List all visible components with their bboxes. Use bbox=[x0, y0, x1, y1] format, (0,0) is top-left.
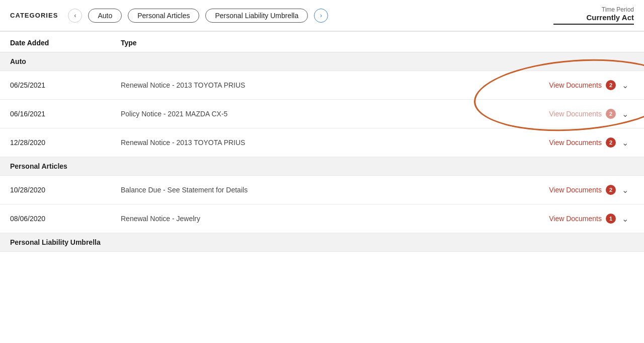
doc-count-badge: 2 bbox=[606, 109, 616, 119]
chevron-down-icon[interactable]: ⌄ bbox=[616, 214, 634, 224]
col-header-type: Type bbox=[121, 39, 505, 47]
section-title-personal-articles: Personal Articles bbox=[10, 162, 121, 170]
view-docs-cell: View Documents 2 bbox=[505, 80, 616, 90]
section-title-personal-liability: Personal Liability Umbrella bbox=[10, 238, 121, 246]
table-row: 10/28/2020 Balance Due - See Statement f… bbox=[0, 176, 644, 204]
view-documents-link[interactable]: View Documents bbox=[549, 186, 602, 194]
documents-table: Date Added Type Auto 06/25/2021 Renewal … bbox=[0, 32, 644, 252]
view-docs-cell: View Documents 2 bbox=[505, 109, 616, 119]
time-period-section: Time Period Currently Act bbox=[553, 6, 634, 25]
view-documents-link[interactable]: View Documents bbox=[549, 110, 602, 118]
next-arrow-icon: › bbox=[320, 12, 322, 19]
category-pill-personal-liability[interactable]: Personal Liability Umbrella bbox=[205, 9, 308, 23]
categories-label: CATEGORIES bbox=[10, 12, 58, 19]
doc-count-badge: 2 bbox=[606, 80, 616, 90]
table-row: 08/06/2020 Renewal Notice - Jewelry View… bbox=[0, 204, 644, 233]
table-row: 12/28/2020 Renewal Notice - 2013 TOYOTA … bbox=[0, 128, 644, 157]
section-auto: Auto bbox=[0, 52, 644, 71]
chevron-down-icon[interactable]: ⌄ bbox=[616, 185, 634, 195]
doc-count-badge: 1 bbox=[606, 214, 616, 224]
next-arrow-button[interactable]: › bbox=[314, 9, 328, 23]
chevron-down-icon[interactable]: ⌄ bbox=[616, 81, 634, 90]
time-period-label: Time Period bbox=[553, 6, 634, 13]
doc-count-badge: 2 bbox=[606, 185, 616, 195]
type-cell: Policy Notice - 2021 MAZDA CX-5 bbox=[121, 110, 505, 118]
col-header-date: Date Added bbox=[10, 39, 121, 47]
type-cell: Renewal Notice - Jewelry bbox=[121, 215, 505, 223]
table-row: 06/16/2021 Policy Notice - 2021 MAZDA CX… bbox=[0, 100, 644, 128]
date-cell: 08/06/2020 bbox=[10, 215, 121, 223]
chevron-down-icon[interactable]: ⌄ bbox=[616, 138, 634, 148]
type-cell: Balance Due - See Statement for Details bbox=[121, 186, 505, 194]
view-docs-cell: View Documents 2 bbox=[505, 185, 616, 195]
category-pill-auto[interactable]: Auto bbox=[88, 9, 122, 23]
table-header-row: Date Added Type bbox=[0, 32, 644, 52]
type-cell: Renewal Notice - 2013 TOYOTA PRIUS bbox=[121, 81, 505, 89]
view-documents-link[interactable]: View Documents bbox=[549, 139, 602, 147]
date-cell: 10/28/2020 bbox=[10, 186, 121, 194]
view-docs-cell: View Documents 2 bbox=[505, 138, 616, 148]
category-pill-personal-articles[interactable]: Personal Articles bbox=[128, 9, 199, 23]
section-personal-liability: Personal Liability Umbrella bbox=[0, 233, 644, 252]
prev-arrow-icon: ‹ bbox=[74, 12, 76, 19]
header-bar: CATEGORIES ‹ Auto Personal Articles Pers… bbox=[0, 0, 644, 31]
view-docs-cell: View Documents 1 bbox=[505, 214, 616, 224]
prev-arrow-button[interactable]: ‹ bbox=[68, 9, 82, 23]
doc-count-badge: 2 bbox=[606, 138, 616, 148]
view-documents-link[interactable]: View Documents bbox=[549, 215, 602, 223]
table-row: 06/25/2021 Renewal Notice - 2013 TOYOTA … bbox=[0, 71, 644, 100]
date-cell: 06/16/2021 bbox=[10, 110, 121, 118]
chevron-down-icon[interactable]: ⌄ bbox=[616, 109, 634, 119]
time-period-value: Currently Act bbox=[553, 13, 634, 22]
section-title-auto: Auto bbox=[10, 57, 121, 65]
section-personal-articles: Personal Articles bbox=[0, 157, 644, 176]
date-cell: 12/28/2020 bbox=[10, 139, 121, 147]
type-cell: Renewal Notice - 2013 TOYOTA PRIUS bbox=[121, 139, 505, 147]
date-cell: 06/25/2021 bbox=[10, 81, 121, 89]
view-documents-link[interactable]: View Documents bbox=[549, 81, 602, 89]
